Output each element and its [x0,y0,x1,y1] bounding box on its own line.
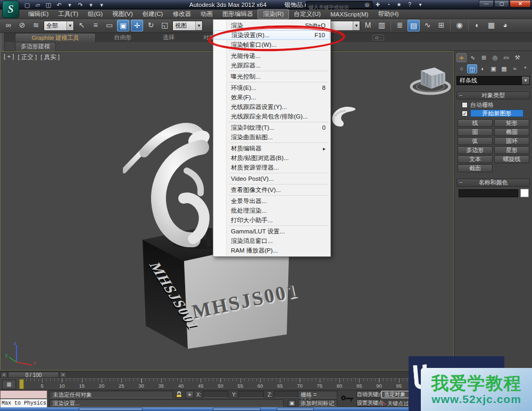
mini-curve-editor-button[interactable]: ▦ [2,380,16,389]
menubar-item-item[interactable]: 视图(V) [107,10,137,19]
ribbon-tab[interactable]: Graphite 建模工具 [15,33,96,42]
create-tab-icon[interactable]: ✛ [456,53,467,62]
menubar-item-item[interactable]: 创建(C) [137,10,168,19]
shape-button[interactable]: 线 [458,119,493,127]
menubar-item-item[interactable]: 工具(T) [53,10,83,19]
menu-item[interactable]: 光能传递... [214,51,330,61]
taskbar-item[interactable] [79,408,143,411]
shape-button[interactable]: 圆 [458,128,493,136]
frame-indicator[interactable]: 0 / 100 [8,372,59,378]
spacewarps-icon[interactable]: ≈ [510,64,520,73]
search-icon[interactable]: ◎ [363,1,371,9]
menu-item[interactable]: Gamma/LUT 设置... [214,227,330,236]
undo-dropdown-icon[interactable]: ▾ [65,1,74,9]
shapes-icon[interactable]: ◫ [467,64,477,73]
selection-lock-icon[interactable] [176,391,183,398]
z-coordinate-field[interactable] [274,391,300,398]
menu-item[interactable]: 打印大小助手... [214,215,330,225]
taskbar-item[interactable] [277,408,314,411]
shape-button[interactable]: 螺旋线 [494,155,529,163]
rendered-frame-window-icon[interactable]: ▦ [485,20,497,31]
menu-item[interactable]: 材质/贴图浏览器(B)... [214,153,330,163]
menu-item[interactable]: 查看图像文件(V)... [214,185,330,195]
utilities-tab-icon[interactable]: ⚒ [512,53,522,62]
auto-key-button[interactable]: 自动关键点 [356,391,380,398]
named-selection-sets-dropdown[interactable]: ▼ [330,21,360,31]
ribbon-tab[interactable]: 自由形式 [104,33,142,42]
menu-item[interactable]: 渲染设置(R)...F10 [214,30,330,40]
layer-manager-icon[interactable]: ≣ [394,20,406,31]
shape-button[interactable]: 弧 [458,137,493,145]
menubar-item-render-active[interactable]: 渲染(R) [257,9,289,19]
save-file-icon[interactable]: ◫ [44,1,53,9]
shape-button[interactable]: 圆环 [494,137,529,145]
menu-item[interactable]: 渲染到纹理(T)...0 [214,123,330,132]
chevron-down-icon[interactable]: ▼ [521,77,529,85]
systems-icon[interactable]: * [520,64,530,73]
menu-item[interactable]: 环境(E)...8 [214,83,330,93]
cameras-icon[interactable]: ▣ [488,64,498,73]
absolute-mode-toggle-icon[interactable]: + [186,391,194,399]
material-editor-icon[interactable]: ◉ [453,20,466,31]
menu-item[interactable]: 材质编辑器▸ [214,144,330,153]
small-cube-model[interactable] [405,60,458,100]
undo-icon[interactable]: ↶ [54,1,64,9]
menubar-item-item[interactable]: 修改器 [168,10,196,19]
shape-button[interactable]: 椭圆 [494,128,529,136]
add-time-tag-button[interactable]: 添加时间标记 [298,399,337,407]
shape-button[interactable]: 星形 [494,146,529,154]
object-color-swatch[interactable] [520,189,529,197]
shape-button[interactable]: 多边形 [458,146,493,154]
menubar-item-item[interactable]: 组(G) [83,10,107,19]
maxscript-listener-macro-line[interactable] [0,390,47,399]
motion-tab-icon[interactable]: ◎ [490,53,500,62]
select-by-name-icon[interactable]: ≡ [89,20,102,31]
viewport-menu-shading[interactable]: [ 真实 ] [40,53,60,61]
modify-tab-icon[interactable]: ∿ [468,53,478,62]
menu-item[interactable]: 光线跟踪全局包含/排除(G)... [214,112,330,121]
menu-item[interactable]: 光跟踪器... [214,61,330,70]
menubar-item-item[interactable]: 自定义(U) [289,10,325,19]
rollout-object-type[interactable]: − 对象类型 [456,91,530,99]
maximize-button[interactable]: ▢ [494,0,509,7]
window-crossing-icon[interactable]: ▣ [117,20,129,31]
object-name-field[interactable] [459,189,518,197]
start-new-shape-checkbox[interactable]: ✓ [462,111,468,116]
viewport-menu-general[interactable]: [ + ] [4,53,14,61]
rectangular-selection-region-icon[interactable]: ▭ [103,20,115,31]
open-file-icon[interactable]: ▱ [33,1,43,9]
set-keys-key-icon[interactable] [341,395,355,402]
ribbon-toggle-icon[interactable]: ▤ [408,20,420,31]
helpers-icon[interactable]: ▦ [499,64,509,73]
menu-item[interactable]: 光线跟踪器设置(Y)... [214,102,330,112]
application-menu-button[interactable]: S [2,1,19,18]
menu-item[interactable]: 材质资源管理器... [214,163,330,172]
subscription-icon[interactable]: ✚ [373,1,382,9]
menu-item[interactable]: 渲染Shift+Q [214,21,330,30]
menubar-item-item[interactable]: 编辑(E) [23,10,53,19]
menu-item[interactable]: 渲染消息窗口... [214,236,330,246]
ribbon-minimize-icon[interactable]: ▭ · [372,35,384,40]
taskbar-item[interactable] [213,408,261,411]
lights-icon[interactable]: ◐ [478,64,488,73]
menu-item[interactable]: 渲染帧窗口(W)... [214,40,330,49]
select-and-scale-icon[interactable]: ◱ [159,20,171,31]
schematic-view-icon[interactable]: ⊞ [435,20,447,31]
x-coordinate-field[interactable] [203,391,228,398]
y-coordinate-field[interactable] [238,391,264,398]
next-frame-button[interactable]: > [60,372,66,378]
shape-button[interactable]: 文本 [458,155,493,163]
statue-arm-model[interactable] [328,104,357,130]
hierarchy-tab-icon[interactable]: ⊞ [479,53,489,62]
select-and-link-icon[interactable]: ∞ [2,20,14,31]
redo-dropdown-icon[interactable]: ▾ [86,1,96,9]
mirror-icon[interactable]: M [362,20,374,31]
menu-item[interactable]: 效果(F)... [214,93,330,102]
favorites-icon[interactable]: ★ [395,1,403,9]
select-and-rotate-icon[interactable]: ↻ [145,20,157,31]
menu-item[interactable]: 曝光控制... [214,72,330,81]
ribbon-tab[interactable]: 选择 [154,33,183,42]
unlink-selection-icon[interactable]: ⊘ [16,20,28,31]
menu-item[interactable]: 批处理渲染... [214,206,330,215]
tab-polygon-modeling[interactable]: 多边形建模 [15,42,56,51]
